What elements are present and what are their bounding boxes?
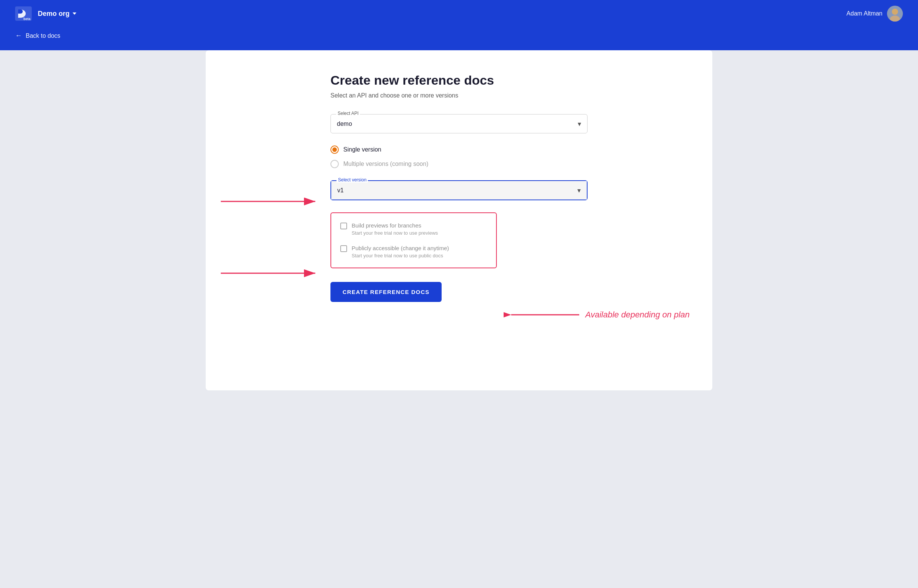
publicly-accessible-sublabel: Start your free trial now to use public … [351,253,449,258]
content-card: Available depending on plan Create new r… [206,50,712,390]
user-name-label: Adam Altman [847,10,882,17]
create-reference-docs-button[interactable]: CREATE REFERENCE DOCS [330,282,442,302]
logo-area[interactable]: beta [15,6,32,21]
api-select-group: Select API demo ▾ [330,114,588,133]
api-select-input[interactable]: demo [331,115,587,133]
svg-point-5 [892,9,898,15]
avatar[interactable] [887,6,903,21]
publicly-accessible-checkbox[interactable] [340,245,347,252]
plan-annotation-label: Available depending on plan [585,310,690,320]
svg-text:beta: beta [23,17,31,21]
version-arrow-annotation [221,266,327,282]
logo-icon: beta [15,6,32,21]
header-right: Adam Altman [847,6,903,21]
radio-multiple-version[interactable]: Multiple versions (coming soon) [330,160,588,168]
org-dropdown-icon [73,13,76,15]
radio-single-outer [330,145,339,154]
radio-single-label: Single version [343,146,382,153]
checkbox-section: Build previews for branches Start your f… [330,212,497,268]
back-to-docs-label: Back to docs [26,32,60,39]
radio-multiple-label: Multiple versions (coming soon) [343,161,428,167]
page-subtitle: Select an API and choose one or more ver… [330,92,588,99]
version-select-wrapper: Select version v1 ▾ [330,180,588,200]
header-left: beta Demo org [15,6,76,21]
sub-header: ← Back to docs [0,27,918,50]
build-previews-label: Build previews for branches [351,222,438,229]
publicly-accessible-content: Publicly accessible (change it anytime) … [351,245,449,258]
org-name-label: Demo org [38,10,70,18]
publicly-accessible-label: Publicly accessible (change it anytime) [351,245,449,251]
checkbox-divider [340,239,487,245]
version-select-input[interactable]: v1 [331,181,587,200]
radio-single-inner [332,147,337,152]
plan-annotation: Available depending on plan [504,307,690,322]
build-previews-content: Build previews for branches Start your f… [351,222,438,236]
radio-multiple-outer [330,160,339,168]
publicly-accessible-item: Publicly accessible (change it anytime) … [340,245,487,258]
version-select-group: Select version v1 ▾ [330,180,588,200]
api-arrow-icon [221,194,327,209]
version-arrow-icon [221,266,327,281]
version-select-label: Select version [337,177,368,183]
plan-arrow-icon [504,307,579,322]
header: beta Demo org Adam Altman [0,0,918,27]
radio-single-version[interactable]: Single version [330,145,588,154]
version-type-radio-group: Single version Multiple versions (coming… [330,145,588,168]
org-selector[interactable]: Demo org [38,10,76,18]
build-previews-sublabel: Start your free trial now to use preview… [351,230,438,236]
avatar-image [887,6,903,21]
form-container: Create new reference docs Select an API … [330,73,588,302]
api-select-wrapper: Select API demo ▾ [330,114,588,133]
api-select-label: Select API [336,111,360,116]
back-arrow-icon: ← [15,32,22,40]
build-previews-item: Build previews for branches Start your f… [340,222,487,236]
api-arrow-annotation [221,194,327,210]
back-to-docs-link[interactable]: ← Back to docs [15,32,60,40]
build-previews-checkbox[interactable] [340,223,347,229]
main-background: Available depending on plan Create new r… [0,50,918,588]
page-title: Create new reference docs [330,73,588,88]
